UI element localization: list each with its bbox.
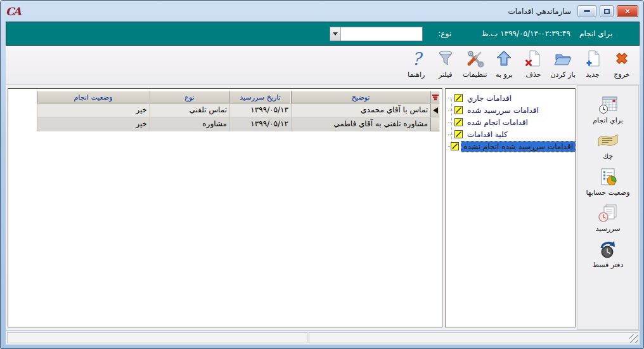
header-datetime-period: ب.ظ (481, 29, 498, 38)
calendar-clock-icon (597, 95, 619, 114)
tree-item-all-actions[interactable]: كليه اقدامات (446, 128, 575, 140)
tree-item-done-actions[interactable]: اقدامات انجام شده (446, 116, 575, 128)
combo-dropdown-button[interactable] (330, 27, 341, 41)
cell-description: تماس با آقاي محمدي (291, 103, 430, 117)
content-area: توضيح تاريخ سررسيد نوع وضعيت انجام تماس … (6, 85, 640, 330)
actions-grid-panel: توضيح تاريخ سررسيد نوع وضعيت انجام تماس … (8, 88, 442, 327)
status-panel-left (7, 332, 307, 343)
action-note-icon (454, 94, 463, 102)
window-title: سازماندهي اقدامات (508, 7, 571, 16)
exit-button[interactable]: خروج (608, 48, 636, 83)
action-note-icon (454, 106, 463, 114)
tree-connector (448, 98, 453, 98)
exit-icon (612, 48, 632, 69)
svg-text:?: ? (411, 49, 423, 68)
header-context-label: براي انجام (579, 29, 612, 38)
accounts-status-icon (597, 168, 619, 187)
action-note-icon (451, 142, 459, 150)
titlebar: CA سازماندهي اقدامات ✕ (1, 1, 643, 22)
installment-clock-icon (597, 240, 619, 259)
filter-icon (435, 48, 456, 69)
current-row-arrow-icon (433, 107, 438, 114)
cell-description: مشاوره تلفني به آقاي فاطمي (291, 117, 430, 131)
type-label: نوع: (438, 29, 451, 38)
sidebar-item-cheque[interactable]: چك (597, 131, 619, 161)
maximize-button[interactable] (600, 5, 614, 17)
toolbar: خروج جديد باز كردن حذف برو به (6, 46, 640, 85)
header-datetime-digits: ۱۳۹۹/۰۵/۱۳-۰۲:۳۹:۴۹ (500, 29, 570, 38)
tree-item-due-actions[interactable]: اقدامات سررسيد شده (446, 104, 575, 116)
grid-header: توضيح تاريخ سررسيد نوع وضعيت انجام (37, 91, 440, 103)
header-bar: براي انجام ۱۳۹۹/۰۵/۱۳-۰۲:۳۹:۴۹ ب.ظ نوع: (6, 22, 640, 46)
goto-button[interactable]: برو به (490, 48, 518, 83)
cell-status: خير (37, 103, 150, 117)
status-panel-right (309, 332, 638, 343)
tree-connector (448, 134, 453, 135)
resize-grip[interactable] (629, 334, 638, 343)
filter-button[interactable]: فيلتر (432, 48, 460, 83)
header-datetime: ۱۳۹۹/۰۵/۱۳-۰۲:۳۹:۴۹ ب.ظ (481, 29, 570, 38)
delete-button[interactable]: حذف (519, 48, 547, 83)
cell-due-date: ۱۳۹۹/۰۵/۱۳ (229, 103, 291, 117)
row-indicator[interactable] (430, 117, 440, 131)
sidebar-item-due[interactable]: سررسيد (596, 204, 621, 233)
new-icon (583, 48, 603, 69)
table-row[interactable]: مشاوره تلفني به آقاي فاطمي ۱۳۹۹/۰۵/۱۲ مش… (37, 117, 440, 131)
column-header-description[interactable]: توضيح (291, 91, 430, 103)
row-indicator[interactable] (430, 103, 440, 117)
settings-icon (465, 48, 485, 69)
due-clock-icon (597, 204, 619, 223)
delete-icon (523, 48, 543, 69)
sidebar-item-todo[interactable]: براي انجام (593, 95, 623, 124)
minimize-button[interactable] (577, 5, 596, 17)
cell-due-date: ۱۳۹۹/۰۵/۱۲ (229, 117, 291, 131)
tree-item-due-not-done-actions[interactable]: اقدامات سررسيد شده انجام نشده (446, 140, 575, 152)
settings-button[interactable]: تنظيمات (461, 48, 489, 83)
type-combobox-value[interactable] (341, 27, 422, 41)
app-window: CA سازماندهي اقدامات ✕ براي انجام ۱۳۹۹/۰… (0, 0, 644, 349)
goto-icon (494, 48, 514, 69)
help-icon: ? (406, 48, 427, 69)
actions-tree-panel: اقدامات جاري اقدامات سررسيد شده اقدامات … (445, 88, 576, 327)
new-button[interactable]: جديد (579, 48, 607, 83)
grid-filter-corner[interactable] (430, 91, 440, 103)
maximize-icon (604, 9, 610, 14)
tree-connector (448, 146, 449, 147)
tree-connector (448, 122, 453, 122)
cheque-icon (597, 131, 619, 150)
column-header-due-date[interactable]: تاريخ سررسيد (229, 91, 291, 103)
column-header-type[interactable]: نوع (150, 91, 229, 103)
tree-item-current-actions[interactable]: اقدامات جاري (446, 92, 575, 104)
action-note-icon (454, 130, 463, 138)
sidebar-item-accounts-status[interactable]: وضعيت حسابها (586, 168, 629, 197)
open-icon (553, 48, 573, 69)
tree-connector (448, 110, 453, 110)
status-bar (6, 331, 640, 345)
close-icon: ✕ (624, 7, 631, 16)
help-button[interactable]: ? راهنما (402, 48, 430, 83)
close-button[interactable]: ✕ (617, 5, 638, 17)
app-logo: CA (6, 5, 20, 18)
cell-status: خير (37, 117, 150, 131)
column-header-status[interactable]: وضعيت انجام (37, 91, 150, 103)
action-note-icon (454, 118, 463, 126)
cell-type: مشاوره (150, 117, 229, 131)
chevron-down-icon (333, 32, 338, 36)
cell-type: تماس تلفني (150, 103, 229, 117)
minimize-icon (584, 10, 590, 12)
type-combobox[interactable] (330, 27, 423, 41)
sidebar-item-installment-book[interactable]: دفتر قسط (593, 240, 624, 269)
grid-filter-icon (432, 95, 439, 100)
open-button[interactable]: باز كردن (548, 48, 577, 83)
shortcut-sidebar: براي انجام چك وضعيت حسابها سررسيد دفتر ق… (577, 85, 639, 330)
table-row[interactable]: تماس با آقاي محمدي ۱۳۹۹/۰۵/۱۳ تماس تلفني… (37, 103, 440, 117)
